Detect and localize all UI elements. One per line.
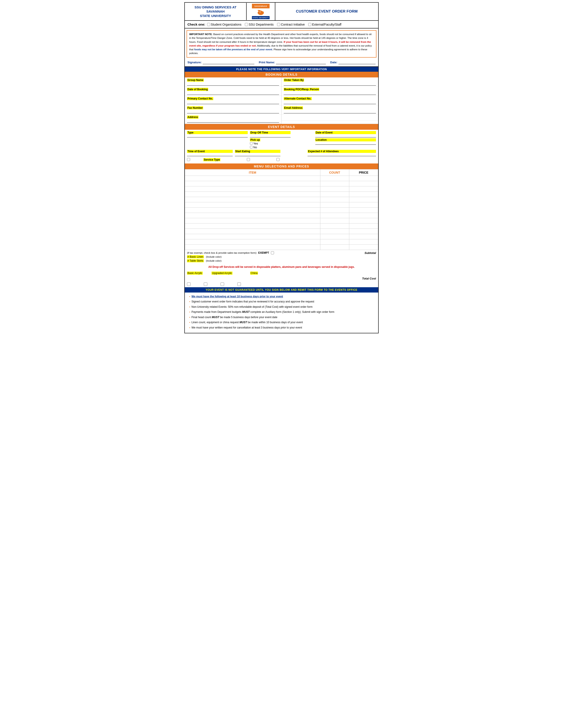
checkbox-external-faculty[interactable]: [308, 23, 311, 26]
check-student-orgs[interactable]: Student Organizations: [207, 23, 241, 26]
menu-item-cell-10[interactable]: [185, 223, 321, 229]
menu-selections-banner: Menu Selections and Prices: [185, 163, 378, 169]
menu-item-cell-4[interactable]: [185, 191, 321, 197]
bottom-cb-1[interactable]: [187, 282, 190, 286]
menu-price-cell-13[interactable]: [349, 239, 378, 244]
bottom-checkbox-3[interactable]: [220, 282, 224, 286]
bottom-cb-3[interactable]: [220, 282, 224, 286]
signature-field: Signature:: [187, 61, 254, 64]
bottom-checkbox-4[interactable]: [237, 282, 241, 286]
menu-count-cell-12[interactable]: [320, 234, 349, 239]
menu-price-cell-9[interactable]: [349, 218, 378, 223]
check-contract-initiative[interactable]: Contract Initiative: [277, 23, 305, 26]
checkbox-ssu-departments[interactable]: [245, 23, 248, 26]
start-eating-input[interactable]: [235, 153, 280, 156]
subtotal-label: Subtotal: [365, 251, 376, 255]
checkbox-contract-initiative[interactable]: [277, 23, 280, 26]
menu-count-cell-5[interactable]: [320, 197, 349, 202]
menu-price-cell-10[interactable]: [349, 223, 378, 229]
no-option[interactable]: No: [250, 146, 258, 149]
menu-price-cell-5[interactable]: [349, 197, 378, 202]
menu-price-cell-4[interactable]: [349, 191, 378, 197]
print-name-input[interactable]: [276, 61, 326, 64]
menu-price-cell-6[interactable]: [349, 202, 378, 207]
service-type-label: Service Type: [203, 158, 220, 161]
location-field: Location: [315, 138, 376, 145]
order-taken-by-line[interactable]: [284, 82, 376, 86]
location-input[interactable]: [315, 141, 376, 145]
bottom-cb-4[interactable]: [237, 282, 241, 286]
bullet-item-2: ▪ Non-University related Events: 50% non…: [189, 305, 374, 310]
menu-item-cell-7[interactable]: [185, 207, 321, 213]
exempt-checkbox[interactable]: [271, 251, 274, 254]
menu-price-cell-1[interactable]: [349, 176, 378, 181]
bullet-item-4: ▪ Final head count MUST be made 5 busine…: [189, 315, 374, 320]
menu-count-cell-1[interactable]: [320, 176, 349, 181]
fax-number-line[interactable]: [187, 110, 279, 113]
date-input[interactable]: [339, 61, 376, 64]
svg-point-1: [259, 11, 260, 12]
cb3[interactable]: [276, 158, 279, 161]
signature-input[interactable]: [203, 61, 254, 64]
menu-item-cell-2[interactable]: [185, 181, 321, 186]
menu-item-cell-14[interactable]: [185, 244, 321, 250]
menu-price-cell-7[interactable]: [349, 207, 378, 213]
date-of-booking-line[interactable]: [187, 91, 279, 95]
menu-price-cell-14[interactable]: [349, 244, 378, 250]
menu-count-cell-2[interactable]: [320, 181, 349, 186]
menu-price-cell-11[interactable]: [349, 229, 378, 234]
menu-count-cell-13[interactable]: [320, 239, 349, 244]
check-external-faculty[interactable]: External/Faculty/Staff: [308, 23, 341, 26]
address-line[interactable]: [187, 119, 279, 123]
cb2[interactable]: [247, 158, 250, 161]
menu-count-cell-6[interactable]: [320, 202, 349, 207]
service-type-cb2[interactable]: [247, 158, 250, 161]
service-type-cb3[interactable]: [276, 158, 279, 161]
menu-count-cell-4[interactable]: [320, 191, 349, 197]
menu-price-cell-8[interactable]: [349, 213, 378, 218]
booking-poc-line[interactable]: [284, 91, 376, 95]
type-input[interactable]: [187, 134, 248, 137]
yes-checkbox[interactable]: [250, 142, 252, 145]
menu-item-cell-5[interactable]: [185, 197, 321, 202]
menu-count-cell-7[interactable]: [320, 207, 349, 213]
expected-attendees-input[interactable]: [308, 153, 376, 156]
date-of-event-input[interactable]: [315, 134, 376, 137]
bottom-checkbox-1[interactable]: [187, 282, 190, 286]
time-of-event-input[interactable]: [187, 153, 233, 156]
date-of-booking-label: Date of Booking: [187, 88, 208, 91]
no-checkbox[interactable]: [250, 146, 252, 148]
menu-item-cell-9[interactable]: [185, 218, 321, 223]
menu-item-cell-11[interactable]: [185, 229, 321, 234]
menu-item-cell-1[interactable]: [185, 176, 321, 181]
menu-price-cell-12[interactable]: [349, 234, 378, 239]
menu-count-cell-11[interactable]: [320, 229, 349, 234]
service-type-cb1[interactable]: [187, 158, 190, 161]
checkbox-student-orgs[interactable]: [207, 23, 210, 26]
location-label: Location: [315, 138, 376, 141]
bullet-text-3: Payments made from Department budgets MU…: [191, 310, 334, 315]
bottom-checkbox-2[interactable]: [204, 282, 207, 286]
bottom-cb-2[interactable]: [204, 282, 207, 286]
drop-off-time-input[interactable]: [250, 134, 291, 137]
primary-contact-line[interactable]: [187, 101, 279, 104]
menu-price-cell-2[interactable]: [349, 181, 378, 186]
event-details-section: Type Drop Off Time Date of Event Pick up: [185, 130, 378, 163]
cb1[interactable]: [187, 158, 190, 161]
alternate-contact-line[interactable]: [284, 101, 376, 104]
menu-item-cell-8[interactable]: [185, 213, 321, 218]
check-ssu-departments[interactable]: SSU Departments: [245, 23, 273, 26]
menu-count-cell-8[interactable]: [320, 213, 349, 218]
yes-option[interactable]: Yes: [250, 142, 258, 145]
menu-count-cell-14[interactable]: [320, 244, 349, 250]
menu-count-cell-9[interactable]: [320, 218, 349, 223]
menu-count-cell-3[interactable]: [320, 186, 349, 191]
menu-count-cell-10[interactable]: [320, 223, 349, 229]
email-address-line[interactable]: [284, 110, 376, 113]
menu-price-cell-3[interactable]: [349, 186, 378, 191]
group-name-line[interactable]: [187, 82, 279, 86]
menu-item-cell-13[interactable]: [185, 239, 321, 244]
menu-item-cell-12[interactable]: [185, 234, 321, 239]
menu-item-cell-3[interactable]: [185, 186, 321, 191]
menu-item-cell-6[interactable]: [185, 202, 321, 207]
